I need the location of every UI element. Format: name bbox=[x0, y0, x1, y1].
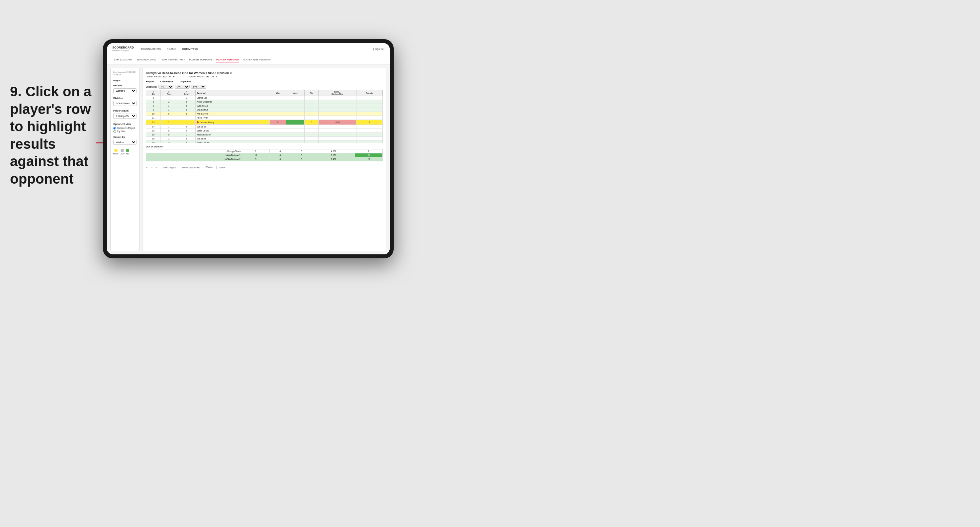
conference-select[interactable]: (All) bbox=[175, 85, 190, 89]
table-row-highlighted[interactable]: 131 Jessica Huang 0 1 0 -3.00 2 bbox=[146, 120, 383, 125]
ood-row[interactable]: NAIA Division 1 15 0 0 9.267 30 bbox=[146, 153, 383, 157]
sign-out-button[interactable]: | Sign out bbox=[373, 48, 384, 51]
table-row[interactable]: 522 Alexis Sudjianto bbox=[146, 100, 383, 104]
colour-by-label: Colour by bbox=[113, 135, 137, 138]
table-row[interactable]: 1474 Eunice Yi bbox=[146, 125, 383, 129]
table-row[interactable]: 1063 Andrea York bbox=[146, 112, 383, 116]
share-button[interactable]: Share bbox=[219, 167, 225, 169]
sub-nav: TEAM SUMMARY TEAM H2H GRID TEAM H2H HEAT… bbox=[107, 55, 390, 64]
tablet-frame: SCOREBOARD Powered by clippd TOURNAMENTS… bbox=[103, 39, 394, 258]
player-rank-dropdown[interactable]: 8. Katelyn Vo bbox=[113, 114, 137, 119]
legend-level-label: Level bbox=[119, 153, 124, 155]
opponent-select[interactable]: (All) bbox=[191, 85, 206, 89]
col-opponent: Opponent bbox=[195, 90, 270, 96]
timestamp: Last Updated: 27/03/2024 16:55:38 bbox=[113, 71, 137, 76]
col-diff: Diff AvStrokes/Rnd bbox=[318, 90, 356, 96]
table-row[interactable]: 613 Sydney Kuo bbox=[146, 104, 383, 108]
powered-by: Powered by clippd bbox=[112, 49, 134, 52]
content-title: Katelyn Vo Head-to-Head Grid for Women's… bbox=[146, 71, 383, 75]
watch-button[interactable]: Watch ▾ bbox=[206, 166, 213, 169]
col-win: Win bbox=[270, 90, 286, 96]
tablet-screen: SCOREBOARD Powered by clippd TOURNAMENTS… bbox=[107, 43, 390, 254]
colour-by-dropdown[interactable]: Win/loss bbox=[113, 140, 137, 145]
out-of-division-title: Out of division bbox=[146, 145, 383, 148]
filters-section: Region Conference Opponent Opponents: (A… bbox=[146, 80, 383, 89]
content-area: Katelyn Vo Head-to-Head Grid for Women's… bbox=[142, 68, 387, 251]
annotation-body: Click on a player's row to highlight res… bbox=[10, 84, 91, 187]
annotation-text: 9. Click on a player's row to highlight … bbox=[10, 83, 100, 187]
subnav-team-summary[interactable]: TEAM SUMMARY bbox=[112, 57, 132, 62]
redo2-button[interactable]: ⤼ bbox=[155, 166, 157, 169]
opponent-filter-header: Opponent bbox=[180, 80, 191, 83]
col-reg: #Reg bbox=[161, 90, 177, 96]
sidebar-player-rank-label: Player (Rank) bbox=[113, 109, 137, 112]
table-row[interactable]: 914 Sharon Mun bbox=[146, 108, 383, 112]
gender-dropdown[interactable]: Women's bbox=[113, 88, 137, 93]
subnav-player-h2h-heatmap[interactable]: PLAYER H2H HEATMAP bbox=[243, 57, 271, 62]
radio-opponents-played[interactable]: Opponents Played bbox=[113, 127, 137, 130]
conference-filter-header: Conference bbox=[161, 80, 173, 83]
table-header-row: #Div #Reg #Conf Opponent Win Loss Tie Di… bbox=[146, 90, 383, 96]
legend: Down Level Up bbox=[113, 149, 137, 155]
legend-down-dot bbox=[114, 149, 118, 152]
subnav-team-h2h-heatmap[interactable]: TEAM H2H HEATMAP bbox=[160, 57, 185, 62]
opponent-view-radio-group: Opponents Played Top 100 bbox=[113, 127, 137, 133]
legend-level-dot bbox=[121, 149, 124, 152]
table-row[interactable]: 11 Haejo Hyun bbox=[146, 116, 383, 120]
redo-button[interactable]: ↪ bbox=[151, 166, 153, 169]
sidebar-gender-label: Gender bbox=[113, 84, 137, 87]
division-dropdown[interactable]: NCAA Division III bbox=[113, 101, 137, 106]
nav-bar: SCOREBOARD Powered by clippd TOURNAMENTS… bbox=[107, 43, 390, 55]
opponents-label: Opponents: bbox=[146, 86, 157, 88]
col-rounds: Rounds bbox=[356, 90, 383, 96]
nav-tournaments[interactable]: TOURNAMENTS bbox=[140, 47, 161, 51]
col-div: #Div bbox=[146, 90, 161, 96]
ood-table: Foreign Team 1 0 0 4.500 2 NAIA Division… bbox=[146, 149, 383, 161]
table-row[interactable]: 31 Esther Lee bbox=[146, 96, 383, 100]
subnav-player-summary[interactable]: PLAYER SUMMARY bbox=[189, 57, 212, 62]
table-row[interactable]: 1691 Jessica Mason bbox=[146, 133, 383, 137]
table-row[interactable]: 19106 Emily Chang bbox=[146, 141, 383, 143]
legend-up-label: Up bbox=[126, 153, 129, 155]
ood-row[interactable]: NCAA Division 2 5 0 0 7.400 10 bbox=[146, 157, 383, 161]
view-original-button[interactable]: View: Original bbox=[163, 167, 176, 169]
h2h-table: #Div #Reg #Conf Opponent Win Loss Tie Di… bbox=[146, 90, 383, 143]
logo: SCOREBOARD Powered by clippd bbox=[112, 46, 134, 51]
subnav-team-h2h-grid[interactable]: TEAM H2H GRID bbox=[137, 57, 156, 62]
sidebar: Last Updated: 27/03/2024 16:55:38 Player… bbox=[110, 68, 140, 251]
division-record: Division Record: 331 - 34 - 6 bbox=[188, 75, 217, 78]
sidebar-player-section: Player bbox=[113, 79, 137, 82]
ood-row[interactable]: Foreign Team 1 0 0 4.500 2 bbox=[146, 149, 383, 153]
col-conf: #Conf bbox=[177, 90, 196, 96]
table-row[interactable]: 1585 Stella Chang bbox=[146, 129, 383, 133]
main-table-scroll[interactable]: #Div #Reg #Conf Opponent Win Loss Tie Di… bbox=[146, 90, 383, 143]
legend-down-label: Down bbox=[113, 153, 118, 155]
region-select[interactable]: (All) bbox=[159, 85, 173, 89]
record-row: Overall Record: 353 - 34 - 6 Division Re… bbox=[146, 75, 383, 78]
logo-text: SCOREBOARD bbox=[112, 46, 134, 49]
toolbar-separator-4 bbox=[216, 166, 216, 169]
toolbar-separator-2 bbox=[179, 166, 179, 169]
save-custom-view-button[interactable]: Save Custom View bbox=[182, 167, 200, 169]
table-row[interactable]: 1822 Euna Lee bbox=[146, 137, 383, 141]
nav-links: TOURNAMENTS TEAMS COMMITTEE bbox=[140, 47, 373, 51]
opponent-view-label: Opponent view bbox=[113, 122, 137, 125]
toolbar-separator-3 bbox=[203, 166, 203, 169]
radio-top-100[interactable]: Top 100 bbox=[113, 130, 137, 133]
toolbar: ↩ ↪ ⤼ View: Original Save Custom View Wa… bbox=[146, 164, 383, 169]
nav-teams[interactable]: TEAMS bbox=[167, 47, 177, 51]
nav-committee[interactable]: COMMITTEE bbox=[182, 47, 198, 51]
main-content: Last Updated: 27/03/2024 16:55:38 Player… bbox=[107, 64, 390, 254]
annotation-number: 9. bbox=[10, 84, 22, 99]
sidebar-division-label: Division bbox=[113, 97, 137, 100]
region-filter-header: Region bbox=[146, 80, 154, 83]
legend-up-dot bbox=[126, 149, 129, 152]
overall-record: Overall Record: 353 - 34 - 6 bbox=[146, 75, 174, 78]
col-loss: Loss bbox=[286, 90, 305, 96]
subnav-player-h2h-grid[interactable]: PLAYER H2H GRID bbox=[216, 57, 239, 62]
undo-button[interactable]: ↩ bbox=[146, 166, 148, 169]
col-tie: Tie bbox=[305, 90, 318, 96]
toolbar-separator-1 bbox=[160, 166, 160, 169]
